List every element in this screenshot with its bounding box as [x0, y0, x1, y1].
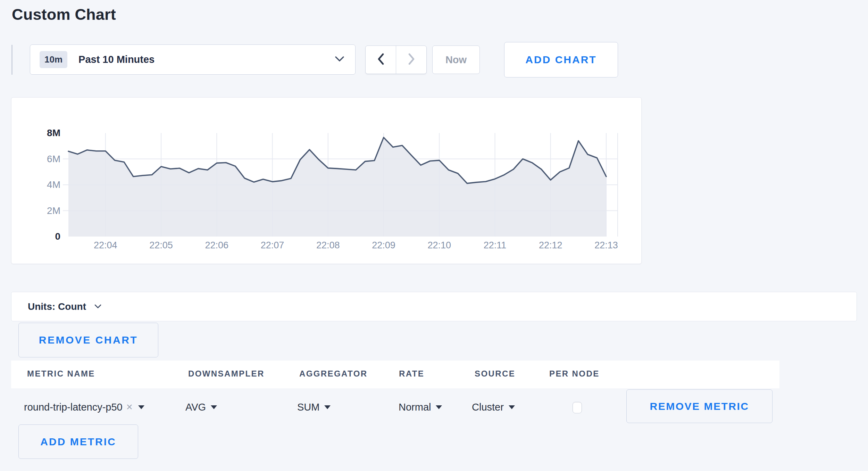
svg-text:22:05: 22:05 — [149, 240, 173, 250]
column-header-aggregator: AGGREGATOR — [299, 369, 367, 379]
caret-down-icon — [436, 405, 442, 409]
column-header-metric-name: METRIC NAME — [27, 369, 95, 379]
svg-text:8M: 8M — [47, 127, 60, 138]
column-header-downsampler: DOWNSAMPLER — [188, 369, 265, 379]
svg-text:22:08: 22:08 — [316, 240, 340, 250]
next-button[interactable] — [396, 46, 426, 74]
svg-text:2M: 2M — [47, 205, 60, 216]
time-series-chart: 02M4M6M8M22:0422:0522:0622:0722:0822:092… — [11, 98, 642, 264]
caret-down-icon — [211, 405, 217, 409]
svg-text:22:11: 22:11 — [484, 240, 507, 250]
svg-text:4M: 4M — [47, 179, 60, 190]
caret-down-icon — [138, 405, 144, 409]
metric-name-value: round-trip-latency-p50 — [24, 402, 123, 413]
remove-chart-button[interactable]: REMOVE CHART — [18, 323, 158, 357]
metrics-table-header: METRIC NAME DOWNSAMPLER AGGREGATOR RATE … — [11, 361, 779, 388]
svg-text:0: 0 — [55, 231, 60, 242]
rate-value: Normal — [399, 402, 431, 413]
units-select[interactable]: Units: Count — [11, 292, 857, 321]
per-node-checkbox[interactable] — [573, 402, 582, 413]
svg-text:22:06: 22:06 — [205, 240, 229, 250]
column-header-rate: RATE — [399, 369, 424, 379]
aggregator-select[interactable]: SUM — [297, 399, 331, 415]
column-header-per-node: PER NODE — [549, 369, 600, 379]
clear-metric-icon[interactable]: × — [126, 401, 133, 413]
time-range-select[interactable]: 10m Past 10 Minutes — [30, 44, 356, 75]
downsampler-select[interactable]: AVG — [185, 399, 217, 415]
svg-text:22:07: 22:07 — [261, 240, 284, 250]
caret-down-icon — [509, 405, 515, 409]
svg-text:6M: 6M — [47, 154, 60, 164]
add-chart-button[interactable]: ADD CHART — [504, 42, 618, 77]
svg-text:22:13: 22:13 — [594, 240, 618, 250]
chevron-down-icon — [335, 56, 344, 63]
aggregator-value: SUM — [297, 402, 319, 413]
chevron-right-icon — [408, 53, 415, 66]
time-range-label: Past 10 Minutes — [78, 54, 155, 65]
source-value: Cluster — [472, 402, 504, 413]
svg-text:22:04: 22:04 — [94, 240, 117, 250]
chart-card: 02M4M6M8M22:0422:0522:0622:0722:0822:092… — [11, 97, 642, 264]
time-pager — [365, 46, 427, 74]
remove-metric-button[interactable]: REMOVE METRIC — [626, 389, 773, 423]
left-accent-divider — [11, 45, 12, 75]
chevron-left-icon — [377, 53, 384, 66]
downsampler-value: AVG — [185, 402, 206, 413]
caret-down-icon — [324, 405, 331, 409]
svg-text:22:12: 22:12 — [539, 240, 562, 250]
custom-chart-page: Custom Chart 10m Past 10 Minutes Now ADD… — [0, 0, 868, 471]
chevron-down-icon — [94, 304, 101, 310]
rate-select[interactable]: Normal — [399, 399, 442, 415]
svg-text:22:10: 22:10 — [427, 240, 451, 250]
svg-text:22:09: 22:09 — [372, 240, 395, 250]
time-range-badge: 10m — [40, 51, 67, 68]
prev-button[interactable] — [366, 46, 396, 74]
source-select[interactable]: Cluster — [472, 399, 515, 415]
units-select-label: Units: Count — [28, 301, 86, 312]
now-button[interactable]: Now — [432, 46, 480, 74]
page-title: Custom Chart — [12, 6, 116, 24]
column-header-source: SOURCE — [475, 369, 515, 379]
add-metric-button[interactable]: ADD METRIC — [18, 424, 138, 459]
metric-name-select[interactable]: round-trip-latency-p50 × — [24, 399, 144, 415]
